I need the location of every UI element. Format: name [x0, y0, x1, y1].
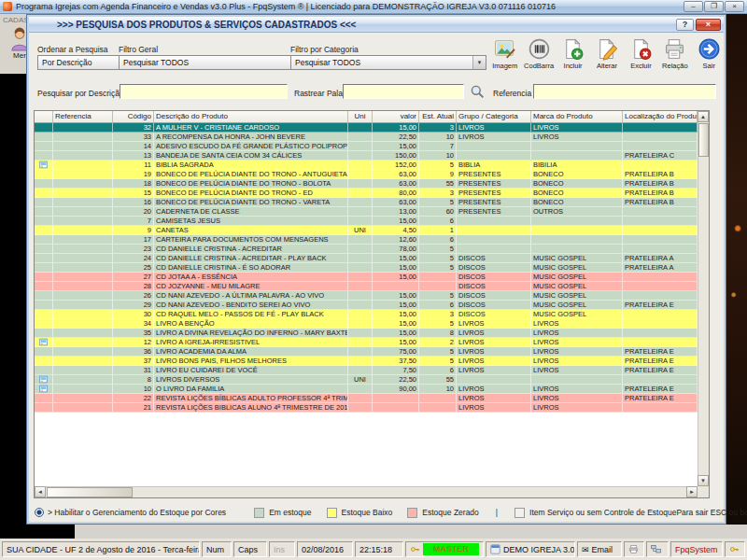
- table-row[interactable]: 32A MULHER V - CRISTIANE CARDOSO15,003LI…: [35, 123, 698, 133]
- restore-button[interactable]: ❐: [704, 1, 724, 12]
- cell: 22,50: [373, 375, 419, 384]
- toolbar-button-alterar[interactable]: Alterar: [590, 35, 623, 82]
- menu-cadastros-clipped[interactable]: CADAS: [0, 14, 26, 24]
- cell: [348, 198, 373, 206]
- horizontal-scroll-thumb[interactable]: [47, 487, 133, 497]
- window-title: Programa Igrejas com Agenda Financeiro e…: [16, 2, 680, 11]
- cell: [531, 217, 623, 225]
- status-vault[interactable]: [725, 541, 745, 557]
- legend-swatch: [254, 508, 264, 518]
- table-row[interactable]: 31LIVRO EU CUIDAREI DE VOCÊ7,506LIVROSLI…: [35, 366, 698, 375]
- table-row[interactable]: 19BONECO DE PELÚCIA DIANTE DO TRONO - AN…: [35, 170, 698, 179]
- cell: [35, 151, 53, 160]
- scroll-up-icon[interactable]: ▲: [698, 111, 709, 122]
- legend-separator: |: [494, 508, 500, 517]
- table-row[interactable]: 33A RECOMPENSA DA HONRA - JOHN BEVERE22,…: [35, 133, 698, 142]
- vertical-scroll-thumb[interactable]: [698, 123, 709, 157]
- scroll-right-icon[interactable]: ►: [686, 486, 698, 497]
- table-row[interactable]: 22REVISTA LIÇÕES BÍBLICAS ADULTO PROFESS…: [35, 394, 698, 403]
- cell: OUTROS: [531, 207, 623, 216]
- table-row[interactable]: 29CD NANI AZEVEDO - BENDITO SEREI AO VIV…: [35, 301, 698, 310]
- cell: [348, 385, 373, 393]
- stock-colors-radio[interactable]: [35, 508, 44, 517]
- category-filter-combobox[interactable]: Pesquisar TODOS ▼: [290, 55, 486, 70]
- column-header-icon[interactable]: [35, 111, 53, 123]
- relacao-icon: [658, 35, 691, 62]
- table-row[interactable]: 26CD NANI AZEVEDO - A ÚLTIMA PALAVRA - A…: [35, 291, 698, 301]
- table-row[interactable]: 13BANDEJA DE SANTA CEIA COM 34 CÁLICES15…: [35, 151, 698, 161]
- search-description-input[interactable]: [120, 84, 288, 99]
- table-row[interactable]: 14ADESIVO ESCUDO DA FÉ GRANDE PLÁSTICO P…: [35, 142, 698, 151]
- sidebar-button-mer[interactable]: Mer: [1, 25, 26, 70]
- table-row[interactable]: 12LIVRO A IGREJA-IRRESISTIVEL15,002LIVRO…: [35, 338, 698, 347]
- order-value: Por Descrição: [38, 58, 122, 67]
- table-row[interactable]: 36LIVRO ACADEMIA DA ALMA75,005LIVROSLIVR…: [35, 347, 698, 357]
- cell: PRESENTES: [457, 198, 531, 206]
- column-header-Referencia[interactable]: Referencia: [53, 111, 113, 123]
- toolbar-button-relacao[interactable]: Relação: [658, 35, 691, 82]
- table-row[interactable]: 11BIBLIA SAGRADA152,005BIBLIABIBILIA: [35, 161, 698, 170]
- table-row[interactable]: 8LIVROS DIVERSOSUNI22,5055: [35, 375, 698, 385]
- track-words-input[interactable]: [343, 84, 464, 99]
- cell: PRESENTES: [457, 207, 531, 216]
- table-row[interactable]: 10O LIVRO DA FAMILIA90,0010LIVROSLIVROSP…: [35, 385, 698, 394]
- table-row[interactable]: 21REVISTA LIÇÕES BIBLICAS ALUNO 4ª TRIME…: [35, 403, 698, 413]
- toolbar-button-excluir[interactable]: Excluir: [625, 35, 657, 82]
- scroll-left-icon[interactable]: ◄: [35, 486, 46, 497]
- table-row[interactable]: 30CD RAQUEL MELO - PASSOS DE FÉ - PLAY B…: [35, 310, 698, 319]
- cell: 80,00: [373, 189, 419, 197]
- table-row[interactable]: 37LIVRO BONS PAIS, FILHOS MELHORES37,505…: [35, 357, 698, 366]
- horizontal-scrollbar[interactable]: ◄ ►: [35, 486, 698, 497]
- cell: [53, 310, 113, 318]
- table-row[interactable]: 7CAMISETAS JESUS15,006: [35, 217, 698, 226]
- scroll-down-icon[interactable]: ▼: [698, 475, 709, 486]
- column-header-Uni[interactable]: Uni: [348, 111, 373, 123]
- table-row[interactable]: 16BONECO DE PELÚCIA DIANTE DO TRONO - VA…: [35, 198, 698, 207]
- toolbar-button-codbarra[interactable]: CodBarra: [522, 35, 555, 82]
- cell: [623, 291, 698, 300]
- table-row[interactable]: 18BONECO DE PELÚCIA DIANTE DO TRONO - BO…: [35, 179, 698, 189]
- column-header-Marca do Produto[interactable]: Marca do Produto: [531, 111, 623, 123]
- column-header-Código[interactable]: Código: [113, 111, 154, 123]
- products-search-dialog: >>> PESQUISA DOS PRODUTOS & SERVIÇOS CAD…: [26, 14, 726, 525]
- status-email[interactable]: ✉ Email: [577, 541, 622, 557]
- cell: [53, 189, 113, 197]
- cell: 15,00: [373, 291, 419, 300]
- background-toolbar: CADAS Mer: [0, 14, 26, 74]
- table-row[interactable]: 15BONECO DE PELÚCIA DIANTE DO TRONO - ED…: [35, 189, 698, 198]
- toolbar-button-incluir[interactable]: Incluir: [557, 35, 589, 82]
- table-row[interactable]: 34LIVRO A BENÇÃO15,005LIVROSLIVROS: [35, 319, 698, 329]
- help-button[interactable]: ?: [676, 19, 694, 31]
- table-row[interactable]: 9CANETASUNI4,501: [35, 226, 698, 235]
- column-header-Est. Atual[interactable]: Est. Atual: [419, 111, 457, 123]
- column-header-Grupo / Categoria[interactable]: Grupo / Categoria: [457, 111, 531, 123]
- status-printer[interactable]: [624, 541, 644, 557]
- cell: [348, 273, 373, 281]
- column-header-Descrição do Produto[interactable]: Descrição do Produto: [154, 111, 348, 123]
- dialog-close-button[interactable]: ×: [696, 19, 721, 31]
- status-network[interactable]: [646, 541, 669, 557]
- minimize-button[interactable]: –: [684, 1, 703, 12]
- table-row[interactable]: 20CADERNETA DE CLASSE13,0060PRESENTESOUT…: [35, 207, 698, 217]
- table-row[interactable]: 24CD DANIELLE CRISTINA - ACREDITAR - PLA…: [35, 254, 698, 263]
- cell: CADERNETA DE CLASSE: [154, 207, 348, 216]
- cell: [348, 263, 373, 272]
- table-row[interactable]: 28CD JOZYANNE - MEU MILAGREDISCOSMUSIC G…: [35, 282, 698, 291]
- column-header-valor[interactable]: valor: [373, 111, 419, 123]
- products-table: ReferenciaCódigoDescrição do ProdutoUniv…: [34, 110, 710, 498]
- toolbar-button-imagem[interactable]: Imagem: [488, 35, 521, 82]
- table-row[interactable]: 17CARTEIRA PARA DOCUMENTOS COM MENSAGENS…: [35, 235, 698, 245]
- table-row[interactable]: 23CD DANIELLE CRISTINA - ACREDITAR78,005: [35, 245, 698, 254]
- reference-input[interactable]: [533, 84, 716, 99]
- cell: [531, 151, 623, 160]
- cell: PRESENTES: [457, 179, 531, 188]
- table-row[interactable]: 35LIVRO A DIVINA REVELAÇÃO DO INFERNO - …: [35, 329, 698, 338]
- column-header-Localização do Produto[interactable]: Localização do Produto: [623, 111, 698, 123]
- table-row[interactable]: 25CD DANIELLE CRISTINA - É SO ADORAR15,0…: [35, 263, 698, 273]
- table-row[interactable]: 27CD JOTAA A - ESSÊNCIA15,00DISCOSMUSIC …: [35, 273, 698, 282]
- incluir-icon: [557, 35, 589, 62]
- vertical-scrollbar[interactable]: ▲ ▼: [698, 111, 709, 486]
- toolbar-button-sair[interactable]: Sair: [693, 35, 726, 82]
- close-button[interactable]: ×: [725, 1, 744, 12]
- cell: [419, 394, 457, 402]
